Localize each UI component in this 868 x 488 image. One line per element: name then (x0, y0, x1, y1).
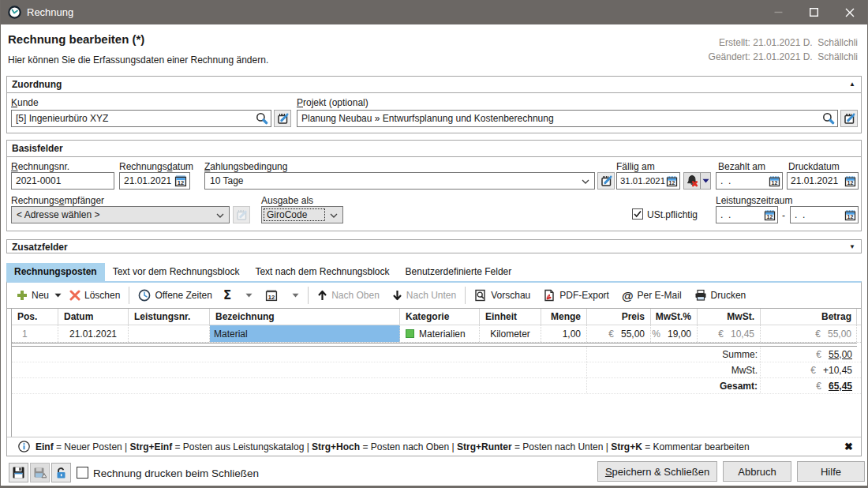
druckdatum-input[interactable]: 21.01.2021 12 (787, 172, 859, 190)
col-header-leistungsnr[interactable]: Leistungsnr. (129, 309, 210, 325)
row-indicator-strip (11, 309, 12, 437)
loeschen-button[interactable]: Löschen (65, 286, 124, 305)
cell-pos[interactable]: 1 (12, 325, 58, 342)
per-email-button[interactable]: @ Per E-Mail (618, 286, 686, 305)
abbruch-button[interactable]: Abbruch (723, 461, 791, 482)
summe-value-cell: €55,00 (761, 347, 857, 362)
gesamt-label: Gesamt: (587, 378, 761, 393)
col-header-menge[interactable]: Menge (541, 309, 587, 325)
bezahlt-input[interactable]: . . 12 (716, 172, 783, 190)
ausgabe-select[interactable]: GiroCode (261, 206, 343, 223)
leistung-bis-input[interactable]: . . 12 (790, 206, 859, 223)
calendar-icon[interactable]: 12 (666, 175, 678, 187)
search-icon[interactable] (822, 112, 835, 125)
cell-betrag[interactable]: €55,00 (761, 325, 857, 342)
toolbar-separator (129, 287, 129, 304)
plus-icon (17, 290, 28, 301)
app-clock-icon (8, 6, 21, 19)
pdf-export-button[interactable]: PDF-Export (539, 286, 613, 305)
empfaenger-select[interactable]: < Adresse wählen > (11, 206, 230, 223)
collapse-up-icon[interactable]: ▲ (849, 81, 855, 88)
search-icon[interactable] (256, 112, 268, 125)
col-header-bezeichnung[interactable]: Bezeichnung (210, 309, 400, 325)
tab-text-vor[interactable]: Text vor dem Rechnungsblock (105, 263, 248, 281)
leistung-bis-value: . . (795, 209, 844, 220)
faellig-input[interactable]: 31.01.2021 12 (616, 172, 680, 190)
grid-data-row[interactable]: 1 21.01.2021 Material Materialien Kilome… (12, 325, 861, 343)
neu-dropdown[interactable] (53, 286, 65, 305)
summen-dropdown[interactable] (241, 286, 256, 305)
edit-note-icon (600, 175, 613, 188)
bell-cancel-icon[interactable] (684, 173, 701, 189)
kunde-input[interactable]: [5] Ingenieurbüro XYZ (11, 110, 271, 127)
cell-einheit[interactable]: Kilometer (480, 325, 541, 342)
cell-mwst-prozent[interactable]: %19,00 (651, 325, 698, 342)
nach-oben-button[interactable]: Nach Oben (313, 286, 383, 305)
tab-text-nach[interactable]: Text nach dem Rechnungsblock (247, 263, 397, 281)
cell-menge[interactable]: 1,00 (541, 325, 587, 342)
minimize-button[interactable] (761, 0, 796, 24)
hint-text: Einf = Neuer Posten | Strg+Einf = Posten… (36, 441, 750, 452)
col-header-preis[interactable]: Preis (587, 309, 651, 325)
kalender-dropdown[interactable] (288, 286, 303, 305)
cell-preis[interactable]: €55,00 (587, 325, 651, 342)
unlock-icon (54, 466, 68, 479)
col-header-datum[interactable]: Datum (58, 309, 129, 325)
ust-checkbox[interactable] (632, 208, 643, 220)
kategorie-text: Materialien (419, 328, 466, 340)
zahlungsbedingung-select[interactable]: 10 Tage (204, 172, 595, 190)
col-header-mwst[interactable]: MwSt. (698, 309, 761, 325)
col-header-einheit[interactable]: Einheit (480, 309, 541, 325)
calendar-icon[interactable]: 12 (764, 209, 776, 221)
cell-leistungsnr[interactable] (129, 325, 210, 342)
calendar-day-text: 12 (847, 213, 854, 219)
collapse-down-icon[interactable]: ▼ (849, 243, 855, 251)
projekt-input[interactable]: Planung Neubau » Entwurfsplanung und Kos… (297, 110, 838, 127)
close-button[interactable] (832, 0, 867, 24)
cell-mwst[interactable]: €10,45 (698, 325, 761, 342)
save-close-button[interactable]: Speichern & Schließen (597, 461, 717, 482)
reminder-dropdown-arrow[interactable] (701, 173, 710, 189)
save-warning-icon (33, 466, 47, 479)
chevron-down-icon (216, 213, 224, 218)
col-header-pos[interactable]: Pos. (12, 309, 58, 325)
empfaenger-edit-button[interactable] (233, 206, 250, 223)
calendar-icon[interactable]: 12 (769, 175, 780, 187)
kunde-edit-button[interactable] (274, 110, 291, 127)
vorschau-button[interactable]: Vorschau (470, 286, 534, 305)
save-as-button[interactable] (30, 463, 50, 482)
tab-rechnungsposten[interactable]: Rechnungsposten (6, 263, 105, 281)
col-header-kategorie[interactable]: Kategorie (400, 309, 480, 325)
drucken-button[interactable]: Drucken (690, 286, 750, 305)
chevron-down-icon (330, 213, 338, 218)
col-header-betrag[interactable]: Betrag (761, 309, 857, 325)
projekt-edit-button[interactable] (840, 110, 858, 127)
summen-button[interactable]: Σ (219, 286, 235, 305)
hilfe-button[interactable]: Hilfe (797, 461, 865, 482)
cell-kategorie[interactable]: Materialien (400, 325, 480, 342)
maximize-button[interactable] (796, 0, 832, 24)
group-zusatzfelder[interactable]: Zusatzfelder ▼ (6, 239, 862, 253)
close-icon (845, 8, 855, 17)
print-on-close-checkbox[interactable] (77, 467, 88, 479)
zahlungsbedingung-edit-button[interactable] (597, 172, 615, 190)
offene-zeiten-button[interactable]: Offene Zeiten (134, 286, 216, 305)
tab-benutzerdefinierte-felder[interactable]: Benutzerdefinierte Felder (398, 263, 520, 281)
neu-button[interactable]: Neu (13, 286, 53, 305)
kalender-button[interactable]: 12 (261, 286, 282, 305)
calendar-icon[interactable]: 12 (844, 175, 856, 187)
nach-unten-button[interactable]: Nach Unten (388, 286, 460, 305)
rechnungsnr-input[interactable]: 2021-0001 (11, 172, 114, 190)
cell-datum[interactable]: 21.01.2021 (58, 325, 129, 342)
calendar-icon: 12 (265, 289, 278, 302)
col-header-mwst-prozent[interactable]: MwSt.% (651, 309, 698, 325)
reminder-split-button[interactable] (683, 172, 711, 190)
leistung-von-input[interactable]: . . 12 (716, 206, 778, 223)
hint-close-icon[interactable]: ✖ (844, 441, 853, 452)
cell-bezeichnung-selected[interactable]: Material (210, 325, 400, 342)
lock-button[interactable] (51, 463, 71, 482)
save-button[interactable] (9, 463, 28, 482)
calendar-icon[interactable]: 12 (174, 175, 187, 187)
rechnungsdatum-input[interactable]: 21.01.2021 12 (119, 172, 190, 190)
calendar-icon[interactable]: 12 (844, 209, 856, 221)
